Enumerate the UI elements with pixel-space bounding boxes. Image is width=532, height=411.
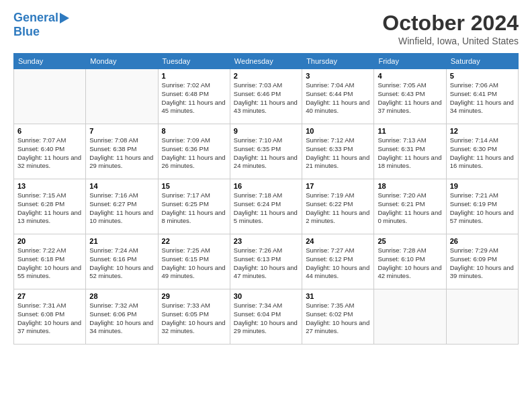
calendar-cell: 1Sunrise: 7:02 AMSunset: 6:48 PMDaylight… xyxy=(158,69,230,124)
day-info: Sunrise: 7:22 AMSunset: 6:18 PMDaylight:… xyxy=(17,246,82,281)
calendar-cell: 4Sunrise: 7:05 AMSunset: 6:43 PMDaylight… xyxy=(374,69,446,124)
calendar-cell: 6Sunrise: 7:07 AMSunset: 6:40 PMDaylight… xyxy=(14,124,86,179)
day-number: 28 xyxy=(89,292,154,300)
day-number: 22 xyxy=(162,237,226,245)
calendar: Sunday Monday Tuesday Wednesday Thursday… xyxy=(13,53,519,345)
day-number: 6 xyxy=(17,127,82,135)
day-info: Sunrise: 7:12 AMSunset: 6:33 PMDaylight:… xyxy=(306,136,370,171)
day-number: 24 xyxy=(306,237,370,245)
calendar-cell: 5Sunrise: 7:06 AMSunset: 6:41 PMDaylight… xyxy=(446,69,518,124)
day-info: Sunrise: 7:21 AMSunset: 6:19 PMDaylight:… xyxy=(450,191,515,226)
day-number: 2 xyxy=(234,72,298,80)
day-number: 20 xyxy=(17,237,82,245)
day-number: 18 xyxy=(378,182,442,190)
day-number: 10 xyxy=(306,127,370,135)
week-row-1: 1Sunrise: 7:02 AMSunset: 6:48 PMDaylight… xyxy=(14,69,519,124)
day-number: 12 xyxy=(450,127,515,135)
day-info: Sunrise: 7:27 AMSunset: 6:12 PMDaylight:… xyxy=(306,246,370,281)
calendar-cell: 30Sunrise: 7:34 AMSunset: 6:04 PMDayligh… xyxy=(230,289,302,345)
calendar-cell: 17Sunrise: 7:19 AMSunset: 6:22 PMDayligh… xyxy=(302,179,374,234)
day-info: Sunrise: 7:10 AMSunset: 6:35 PMDaylight:… xyxy=(234,136,298,171)
day-info: Sunrise: 7:33 AMSunset: 6:05 PMDaylight:… xyxy=(162,302,226,336)
week-row-3: 13Sunrise: 7:15 AMSunset: 6:28 PMDayligh… xyxy=(14,179,519,234)
day-number: 23 xyxy=(234,237,298,245)
day-info: Sunrise: 7:28 AMSunset: 6:10 PMDaylight:… xyxy=(378,246,442,281)
day-number: 29 xyxy=(162,292,226,300)
day-number: 19 xyxy=(450,182,515,190)
day-number: 13 xyxy=(17,182,82,190)
day-info: Sunrise: 7:09 AMSunset: 6:36 PMDaylight:… xyxy=(162,136,226,171)
day-info: Sunrise: 7:02 AMSunset: 6:48 PMDaylight:… xyxy=(162,81,226,116)
calendar-cell: 22Sunrise: 7:25 AMSunset: 6:15 PMDayligh… xyxy=(158,234,230,289)
day-info: Sunrise: 7:24 AMSunset: 6:16 PMDaylight:… xyxy=(89,246,154,281)
col-friday: Friday xyxy=(374,54,446,69)
page: General Blue October 2024 Winfield, Iowa… xyxy=(0,0,532,351)
day-number: 4 xyxy=(378,72,442,80)
calendar-cell: 27Sunrise: 7:31 AMSunset: 6:08 PMDayligh… xyxy=(14,289,86,345)
col-monday: Monday xyxy=(86,54,158,69)
calendar-cell: 8Sunrise: 7:09 AMSunset: 6:36 PMDaylight… xyxy=(158,124,230,179)
day-info: Sunrise: 7:34 AMSunset: 6:04 PMDaylight:… xyxy=(234,302,298,336)
logo: General Blue xyxy=(13,11,69,39)
month-title: October 2024 xyxy=(382,11,519,36)
day-number: 8 xyxy=(162,127,226,135)
calendar-cell xyxy=(374,289,446,345)
day-info: Sunrise: 7:04 AMSunset: 6:44 PMDaylight:… xyxy=(306,81,370,116)
week-row-5: 27Sunrise: 7:31 AMSunset: 6:08 PMDayligh… xyxy=(14,289,519,345)
calendar-cell: 25Sunrise: 7:28 AMSunset: 6:10 PMDayligh… xyxy=(374,234,446,289)
calendar-cell: 23Sunrise: 7:26 AMSunset: 6:13 PMDayligh… xyxy=(230,234,302,289)
calendar-cell: 2Sunrise: 7:03 AMSunset: 6:46 PMDaylight… xyxy=(230,69,302,124)
calendar-cell: 29Sunrise: 7:33 AMSunset: 6:05 PMDayligh… xyxy=(158,289,230,345)
calendar-cell: 10Sunrise: 7:12 AMSunset: 6:33 PMDayligh… xyxy=(302,124,374,179)
calendar-cell: 24Sunrise: 7:27 AMSunset: 6:12 PMDayligh… xyxy=(302,234,374,289)
title-block: October 2024 Winfield, Iowa, United Stat… xyxy=(382,11,519,46)
day-info: Sunrise: 7:18 AMSunset: 6:24 PMDaylight:… xyxy=(234,191,298,226)
week-row-4: 20Sunrise: 7:22 AMSunset: 6:18 PMDayligh… xyxy=(14,234,519,289)
calendar-cell: 9Sunrise: 7:10 AMSunset: 6:35 PMDaylight… xyxy=(230,124,302,179)
col-thursday: Thursday xyxy=(302,54,374,69)
day-number: 14 xyxy=(89,182,154,190)
day-number: 15 xyxy=(162,182,226,190)
calendar-cell: 15Sunrise: 7:17 AMSunset: 6:25 PMDayligh… xyxy=(158,179,230,234)
day-info: Sunrise: 7:35 AMSunset: 6:02 PMDaylight:… xyxy=(306,302,370,336)
calendar-cell: 21Sunrise: 7:24 AMSunset: 6:16 PMDayligh… xyxy=(86,234,158,289)
day-number: 3 xyxy=(306,72,370,80)
calendar-cell: 14Sunrise: 7:16 AMSunset: 6:27 PMDayligh… xyxy=(86,179,158,234)
day-number: 7 xyxy=(89,127,154,135)
col-saturday: Saturday xyxy=(446,54,518,69)
day-info: Sunrise: 7:08 AMSunset: 6:38 PMDaylight:… xyxy=(89,136,154,171)
calendar-cell: 7Sunrise: 7:08 AMSunset: 6:38 PMDaylight… xyxy=(86,124,158,179)
logo-blue: Blue xyxy=(13,25,40,38)
calendar-cell: 13Sunrise: 7:15 AMSunset: 6:28 PMDayligh… xyxy=(14,179,86,234)
day-info: Sunrise: 7:25 AMSunset: 6:15 PMDaylight:… xyxy=(162,246,226,281)
day-number: 21 xyxy=(89,237,154,245)
day-number: 30 xyxy=(234,292,298,300)
calendar-cell: 18Sunrise: 7:20 AMSunset: 6:21 PMDayligh… xyxy=(374,179,446,234)
calendar-header-row: Sunday Monday Tuesday Wednesday Thursday… xyxy=(14,54,519,69)
calendar-cell: 31Sunrise: 7:35 AMSunset: 6:02 PMDayligh… xyxy=(302,289,374,345)
day-number: 27 xyxy=(17,292,82,300)
calendar-cell xyxy=(14,69,86,124)
day-info: Sunrise: 7:31 AMSunset: 6:08 PMDaylight:… xyxy=(17,302,82,336)
calendar-cell: 11Sunrise: 7:13 AMSunset: 6:31 PMDayligh… xyxy=(374,124,446,179)
day-info: Sunrise: 7:20 AMSunset: 6:21 PMDaylight:… xyxy=(378,191,442,226)
col-sunday: Sunday xyxy=(14,54,86,69)
logo-arrow-icon xyxy=(60,13,69,24)
day-info: Sunrise: 7:13 AMSunset: 6:31 PMDaylight:… xyxy=(378,136,442,171)
day-info: Sunrise: 7:32 AMSunset: 6:06 PMDaylight:… xyxy=(89,302,154,336)
day-info: Sunrise: 7:06 AMSunset: 6:41 PMDaylight:… xyxy=(450,81,515,116)
col-wednesday: Wednesday xyxy=(230,54,302,69)
calendar-cell xyxy=(86,69,158,124)
calendar-cell: 12Sunrise: 7:14 AMSunset: 6:30 PMDayligh… xyxy=(446,124,518,179)
day-number: 16 xyxy=(234,182,298,190)
day-number: 17 xyxy=(306,182,370,190)
calendar-cell: 28Sunrise: 7:32 AMSunset: 6:06 PMDayligh… xyxy=(86,289,158,345)
calendar-cell xyxy=(446,289,518,345)
day-info: Sunrise: 7:07 AMSunset: 6:40 PMDaylight:… xyxy=(17,136,82,171)
day-info: Sunrise: 7:19 AMSunset: 6:22 PMDaylight:… xyxy=(306,191,370,226)
calendar-cell: 26Sunrise: 7:29 AMSunset: 6:09 PMDayligh… xyxy=(446,234,518,289)
day-info: Sunrise: 7:05 AMSunset: 6:43 PMDaylight:… xyxy=(378,81,442,116)
day-info: Sunrise: 7:29 AMSunset: 6:09 PMDaylight:… xyxy=(450,246,515,281)
day-number: 5 xyxy=(450,72,515,80)
logo-line1: General xyxy=(13,11,69,25)
